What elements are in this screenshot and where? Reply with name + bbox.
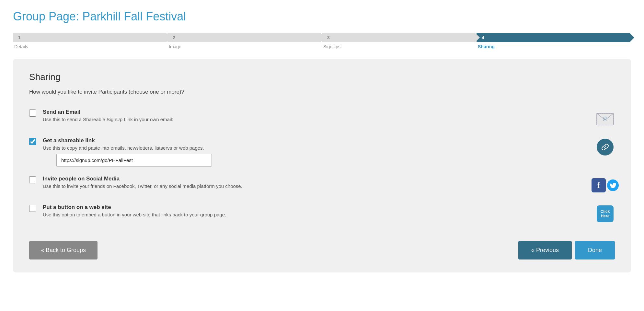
click-here-icon: ClickHere	[595, 204, 615, 224]
step-2-label: Image	[167, 44, 181, 49]
back-to-groups-button[interactable]: « Back to Groups	[29, 241, 98, 259]
sharing-card: Sharing How would you like to invite Par…	[13, 59, 631, 272]
step-3-bar: 3	[322, 33, 475, 42]
click-here-button-icon: ClickHere	[597, 205, 614, 222]
step-2: 2 Image	[167, 33, 322, 49]
send-email-content: Send an Email Use this to send a Shareab…	[43, 109, 589, 122]
email-icon-svg: @	[596, 111, 614, 126]
link-icon	[595, 137, 615, 157]
option-social-media: Invite people on Social Media Use this t…	[29, 171, 615, 200]
web-button-content: Put a button on a web site Use this opti…	[43, 204, 589, 217]
step-2-bar: 2	[167, 33, 321, 42]
right-buttons: « Previous Done	[518, 241, 615, 259]
options-list: Send an Email Use this to send a Shareab…	[29, 104, 615, 228]
card-subtitle: How would you like to invite Participant…	[29, 89, 615, 95]
step-3-num: 3	[327, 35, 330, 40]
email-icon: @	[595, 109, 615, 128]
option-web-button: Put a button on a web site Use this opti…	[29, 200, 615, 228]
page-title: Group Page: Parkhill Fall Festival	[13, 10, 631, 23]
bottom-bar: « Back to Groups « Previous Done	[29, 241, 615, 259]
step-4-num: 4	[482, 35, 484, 40]
step-3-label: SignUps	[322, 44, 340, 49]
shareable-link-input[interactable]	[56, 154, 212, 167]
step-1-label: Details	[13, 44, 28, 49]
shareable-link-desc: Use this to copy and paste into emails, …	[43, 145, 589, 151]
shareable-link-checkbox[interactable]	[29, 138, 36, 145]
social-media-content: Invite people on Social Media Use this t…	[43, 176, 589, 189]
svg-text:@: @	[603, 116, 608, 121]
social-media-checkbox[interactable]	[29, 176, 36, 183]
step-3: 3 SignUps	[322, 33, 477, 49]
option-send-email: Send an Email Use this to send a Shareab…	[29, 104, 615, 133]
shareable-link-title: Get a shareable link	[43, 137, 589, 144]
done-button[interactable]: Done	[575, 241, 615, 259]
shareable-link-content: Get a shareable link Use this to copy an…	[43, 137, 589, 167]
link-icon-circle	[597, 139, 614, 156]
link-input-wrap	[56, 154, 589, 167]
step-4: 4 Sharing	[477, 33, 631, 49]
step-2-num: 2	[173, 35, 175, 40]
chain-link-svg	[600, 142, 610, 152]
send-email-checkbox[interactable]	[29, 109, 36, 117]
step-4-label: Sharing	[477, 44, 495, 49]
social-icons-group: f	[592, 178, 619, 192]
social-icon: f	[595, 176, 615, 195]
send-email-title: Send an Email	[43, 109, 589, 115]
option-shareable-link: Get a shareable link Use this to copy an…	[29, 133, 615, 171]
step-4-bar: 4	[477, 33, 630, 42]
step-1-bar: 1	[13, 33, 166, 42]
step-1: 1 Details	[13, 33, 167, 49]
step-1-num: 1	[18, 35, 21, 40]
web-button-title: Put a button on a web site	[43, 204, 589, 211]
previous-button[interactable]: « Previous	[518, 241, 572, 259]
steps-progress: 1 Details 2 Image 3 SignUps 4 Sharing	[13, 33, 631, 49]
web-button-checkbox[interactable]	[29, 205, 36, 212]
send-email-desc: Use this to send a Shareable SignUp Link…	[43, 117, 589, 122]
twitter-icon	[607, 179, 619, 191]
social-media-desc: Use this to invite your friends on Faceb…	[43, 183, 589, 189]
web-button-desc: Use this option to embed a button in you…	[43, 212, 589, 217]
facebook-icon: f	[592, 178, 606, 192]
card-title: Sharing	[29, 72, 615, 82]
social-media-title: Invite people on Social Media	[43, 176, 589, 182]
